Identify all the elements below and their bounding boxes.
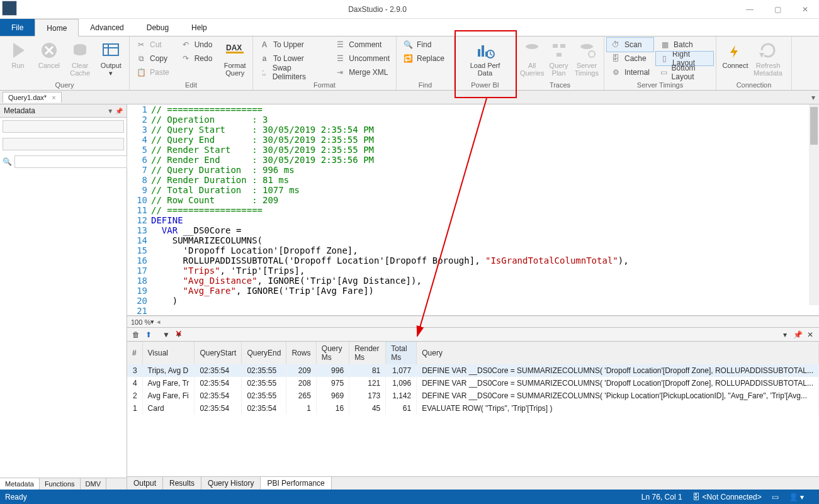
server-timings-button[interactable]: Server Timings	[572, 38, 601, 77]
bottom-tab-results[interactable]: Results	[163, 477, 201, 490]
document-tab[interactable]: Query1.dax* ×	[3, 92, 62, 103]
panel-pin-icon[interactable]: 📌	[791, 330, 804, 339]
clear-cache-button[interactable]: Clear Cache	[65, 38, 96, 77]
metadata-search: 🔍	[3, 155, 124, 168]
table-row[interactable]: 3Trips, Avg D02:35:5402:35:55209996811,0…	[127, 364, 819, 377]
svg-point-19	[580, 44, 593, 49]
col-rows[interactable]: Rows	[286, 342, 316, 364]
table-row[interactable]: 4Avg Fare, Tr02:35:5402:35:552089751211,…	[127, 377, 819, 389]
to-upper-button[interactable]: ATo Upper	[256, 38, 326, 52]
all-queries-button[interactable]: All Queries	[519, 38, 545, 77]
svg-text:DAX: DAX	[226, 43, 242, 52]
debug-tab[interactable]: Debug	[135, 19, 180, 36]
code-editor[interactable]: 1234567891011121314151617181920212223 //…	[127, 104, 819, 316]
window-title: DaxStudio - 2.9.0	[19, 5, 736, 14]
model-combo[interactable]	[3, 138, 124, 150]
col-queryend[interactable]: QueryEnd	[242, 342, 286, 364]
title-bar: DaxStudio - 2.9.0 — ▢ ✕	[0, 0, 819, 19]
close-document-icon[interactable]: ×	[52, 94, 55, 101]
comment-button[interactable]: ☰Comment	[331, 38, 393, 52]
sidebar-tab-metadata[interactable]: Metadata	[0, 478, 40, 490]
home-tab[interactable]: Home	[35, 19, 79, 36]
bottom-tab-query-history[interactable]: Query History	[201, 477, 261, 490]
col-querystart[interactable]: QueryStart	[195, 342, 242, 364]
panel-menu-icon[interactable]: ▾	[779, 330, 791, 339]
svg-rect-10	[226, 52, 244, 53]
internal-toggle[interactable]: ⚙Internal	[607, 65, 653, 79]
bottom-tab-pbi-performance[interactable]: PBI Performance	[261, 477, 331, 490]
refresh-metadata-button[interactable]: Refresh Metadata	[752, 38, 784, 77]
panel-close-icon[interactable]: ✕	[804, 330, 816, 339]
col-#[interactable]: #	[127, 342, 142, 364]
col-total-ms[interactable]: Total Ms	[386, 342, 417, 364]
edit-group-label: Edit	[130, 81, 252, 90]
query-group-label: Query	[0, 81, 129, 90]
run-button[interactable]: Run	[3, 38, 33, 69]
help-tab[interactable]: Help	[180, 19, 218, 36]
cache-toggle[interactable]: 🗄Cache	[607, 52, 653, 65]
output-button[interactable]: Output ▾	[96, 38, 127, 77]
export-icon[interactable]: ⬆	[142, 330, 155, 339]
col-query-ms[interactable]: Query Ms	[316, 342, 349, 364]
paste-button[interactable]: 📋Paste	[132, 65, 173, 79]
scan-toggle[interactable]: ⏱Scan	[607, 38, 653, 52]
format-query-button[interactable]: DAXFormat Query	[220, 38, 250, 77]
file-tab[interactable]: File	[0, 19, 35, 36]
query-plan-button[interactable]: Query Plan	[545, 38, 572, 77]
uncomment-button[interactable]: ☰Uncomment	[331, 52, 393, 65]
copy-button[interactable]: ⧉Copy	[132, 52, 173, 65]
minimize-button[interactable]: —	[736, 0, 764, 19]
search-icon: 🔍	[3, 157, 12, 166]
editor-scrollbar[interactable]	[809, 104, 819, 305]
svg-rect-0	[3, 1, 17, 16]
tab-overflow-icon[interactable]: ▾	[808, 93, 819, 102]
replace-button[interactable]: 🔁Replace	[399, 52, 448, 65]
col-render-ms[interactable]: Render Ms	[349, 342, 386, 364]
bottom-panel: 🗑 ⬆ ▼ ▼✕ ▾ 📌 ✕ #VisualQueryStartQueryEnd…	[127, 327, 819, 490]
sidebar-tab-dmv[interactable]: DMV	[81, 478, 106, 490]
filter-icon[interactable]: ▼	[160, 330, 172, 339]
svg-rect-18	[556, 53, 562, 57]
connect-button[interactable]: Connect	[719, 38, 752, 69]
status-user-icon[interactable]: 👤 ▾	[789, 493, 804, 501]
redo-button[interactable]: ↷Redo	[177, 52, 217, 65]
editor-zoom[interactable]: 100 % ▾ ◂	[127, 316, 819, 327]
bottom-layout-button[interactable]: ▭Bottom Layout	[656, 65, 713, 79]
search-input[interactable]	[14, 155, 127, 168]
clear-icon[interactable]: 🗑	[130, 330, 142, 339]
bottom-tab-output[interactable]: Output	[127, 477, 163, 490]
ribbon: Run Cancel Clear Cache Output ▾ Query ✂C…	[0, 36, 819, 91]
clear-filter-icon[interactable]: ▼✕	[172, 330, 185, 339]
col-query[interactable]: Query	[417, 342, 819, 364]
perf-table: #VisualQueryStartQueryEndRowsQuery MsRen…	[127, 342, 819, 476]
svg-marker-1	[13, 43, 25, 58]
table-row[interactable]: 2Avg Fare, Fi02:35:5402:35:552659691731,…	[127, 389, 819, 402]
undo-button[interactable]: ↶Undo	[177, 38, 217, 52]
table-row[interactable]: 1Card02:35:5402:35:541164561EVALUATE ROW…	[127, 402, 819, 415]
close-button[interactable]: ✕	[791, 0, 819, 19]
merge-xml-button[interactable]: ⇥Merge XML	[331, 65, 393, 79]
find-button[interactable]: 🔍Find	[399, 38, 448, 52]
maximize-button[interactable]: ▢	[764, 0, 791, 19]
sidebar: Metadata ▼ 📌 🔍 Metadata Functions DMV	[0, 104, 127, 490]
perf-toolbar: 🗑 ⬆ ▼ ▼✕ ▾ 📌 ✕	[127, 328, 819, 342]
sidebar-tab-functions[interactable]: Functions	[40, 478, 81, 490]
bottom-tabs: Output Results Query History PBI Perform…	[127, 476, 819, 490]
powerbi-group-label: Power BI	[455, 81, 516, 90]
cut-button[interactable]: ✂Cut	[132, 38, 173, 52]
load-perf-data-button[interactable]: Load Perf Data	[457, 38, 513, 77]
svg-point-20	[589, 51, 595, 57]
traces-group-label: Traces	[516, 81, 604, 90]
advanced-tab[interactable]: Advanced	[79, 19, 135, 36]
panel-dropdown-icon[interactable]: ▼ 📌	[107, 108, 123, 115]
status-cursor-pos: Ln 76, Col 1	[641, 493, 682, 501]
status-ready: Ready	[5, 493, 27, 501]
main-area: Metadata ▼ 📌 🔍 Metadata Functions DMV 12…	[0, 104, 819, 490]
swap-delim-button[interactable]: ;,Swap Delimiters	[256, 65, 326, 79]
status-bar: Ready Ln 76, Col 1 🗄<Not Connected> ▭ 👤 …	[0, 490, 819, 504]
find-group-label: Find	[397, 81, 454, 90]
database-combo[interactable]	[3, 120, 124, 133]
db-icon: 🗄	[692, 493, 700, 501]
col-visual[interactable]: Visual	[142, 342, 195, 364]
cancel-button[interactable]: Cancel	[33, 38, 64, 69]
